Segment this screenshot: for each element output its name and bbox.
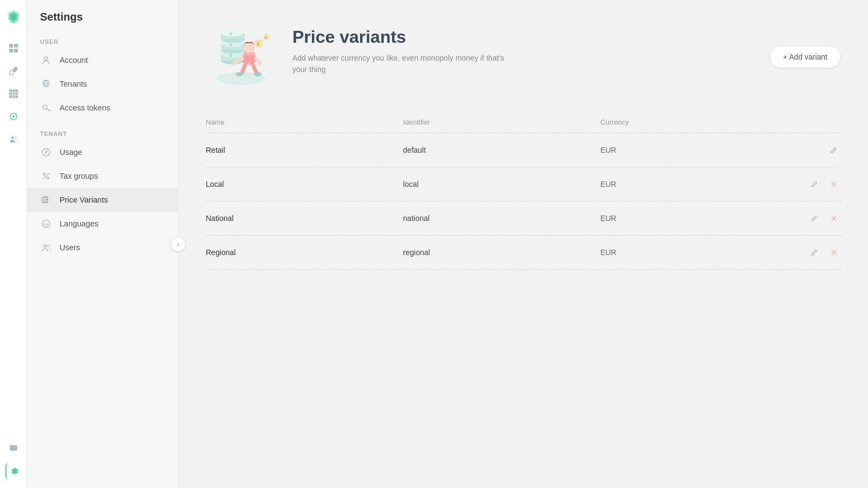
- svg-point-16: [44, 57, 48, 60]
- svg-rect-1: [14, 44, 18, 48]
- sidebar-item-price-variants[interactable]: Price Variants: [27, 188, 178, 212]
- svg-point-21: [47, 177, 49, 179]
- tax-groups-label: Tax groups: [60, 172, 98, 180]
- header-text: Price variants Add whatever currency you…: [292, 22, 753, 75]
- usage-icon: [40, 146, 52, 158]
- row-local-identifier: local: [403, 180, 600, 188]
- table-row: Local local EUR: [206, 167, 841, 201]
- account-label: Account: [60, 56, 88, 64]
- sidebar-item-languages[interactable]: Aβ Languages: [27, 212, 178, 236]
- tenants-icon: [40, 78, 52, 90]
- sidebar-section-tenant: TENANT Usage Tax groups: [27, 126, 178, 259]
- svg-rect-2: [9, 49, 13, 53]
- edit-regional-button[interactable]: [807, 245, 821, 259]
- rail-icon-settings[interactable]: [5, 463, 22, 479]
- svg-rect-7: [9, 93, 12, 95]
- row-local-currency: EUR: [601, 180, 798, 188]
- svg-point-14: [11, 136, 14, 139]
- row-national-name: National: [206, 214, 403, 223]
- price-variants-icon: [40, 194, 52, 206]
- svg-point-15: [15, 136, 17, 139]
- access-tokens-label: Access tokens: [60, 103, 110, 112]
- rail-icon-link[interactable]: [5, 63, 22, 79]
- sidebar-item-usage[interactable]: Usage: [27, 140, 178, 164]
- svg-rect-3: [14, 49, 18, 53]
- account-icon: [40, 54, 52, 66]
- page-header: $ $ $ $ $ Pr: [206, 22, 841, 92]
- svg-rect-10: [9, 95, 12, 98]
- edit-local-button[interactable]: [807, 177, 821, 191]
- svg-point-44: [254, 72, 262, 76]
- tax-groups-icon: [40, 170, 52, 182]
- rail-icon-apps[interactable]: [5, 86, 22, 102]
- page-subtitle: Add whatever currency you like, even mon…: [292, 53, 509, 75]
- svg-text:Aβ: Aβ: [44, 223, 49, 227]
- add-variant-button[interactable]: + Add variant: [769, 45, 841, 68]
- svg-rect-0: [9, 44, 13, 48]
- row-regional-actions: [798, 245, 841, 259]
- sidebar-title: Settings: [27, 11, 178, 34]
- svg-point-26: [47, 245, 49, 247]
- edit-national-button[interactable]: [807, 211, 821, 225]
- rail-bottom: [5, 440, 22, 479]
- row-retail-identifier: default: [403, 146, 600, 154]
- svg-point-25: [44, 245, 47, 248]
- svg-point-20: [43, 173, 45, 175]
- row-retail-currency: EUR: [601, 146, 798, 154]
- row-national-actions: [798, 211, 841, 225]
- rail-icon-chat[interactable]: [5, 440, 22, 457]
- row-retail-actions: [798, 143, 841, 157]
- delete-national-button[interactable]: [827, 211, 841, 225]
- edit-retail-button[interactable]: [827, 143, 841, 157]
- col-header-actions: [798, 118, 841, 126]
- icon-rail: [0, 0, 27, 488]
- svg-text:$: $: [257, 41, 259, 47]
- price-variants-label: Price Variants: [60, 196, 108, 204]
- svg-rect-5: [12, 89, 15, 92]
- sidebar-item-tenants[interactable]: Tenants: [27, 72, 178, 96]
- users-icon: [40, 242, 52, 253]
- svg-rect-4: [9, 89, 12, 92]
- row-national-currency: EUR: [601, 214, 798, 223]
- tenants-label: Tenants: [60, 80, 87, 88]
- sidebar-item-tax-groups[interactable]: Tax groups: [27, 164, 178, 188]
- variants-table: Name Identifier Currency Retail default …: [206, 114, 841, 270]
- tenant-section-label: TENANT: [27, 126, 178, 140]
- svg-text:$: $: [230, 42, 232, 47]
- svg-point-42: [244, 42, 254, 53]
- table-row: Retail default EUR: [206, 133, 841, 167]
- sidebar-item-access-tokens[interactable]: Access tokens: [27, 96, 178, 120]
- svg-rect-6: [15, 89, 18, 92]
- row-local-name: Local: [206, 180, 403, 188]
- svg-point-19: [45, 152, 47, 153]
- rail-icon-star[interactable]: [5, 108, 22, 125]
- usage-label: Usage: [60, 148, 82, 157]
- delete-regional-button[interactable]: [827, 245, 841, 259]
- page-title: Price variants: [292, 27, 753, 47]
- table-header: Name Identifier Currency: [206, 114, 841, 133]
- sidebar-item-users[interactable]: Users: [27, 236, 178, 259]
- svg-text:$: $: [230, 53, 232, 58]
- row-retail-name: Retail: [206, 146, 403, 154]
- user-section-label: USER: [27, 34, 178, 48]
- svg-point-43: [236, 72, 243, 76]
- col-header-name: Name: [206, 118, 403, 126]
- sidebar-collapse-btn[interactable]: ‹: [171, 237, 186, 252]
- svg-rect-22: [42, 197, 48, 203]
- sidebar-item-account[interactable]: Account: [27, 48, 178, 72]
- languages-label: Languages: [60, 219, 99, 228]
- app-logo[interactable]: [5, 9, 22, 25]
- access-tokens-icon: [40, 102, 52, 114]
- row-national-identifier: national: [403, 214, 600, 223]
- delete-local-button[interactable]: [827, 177, 841, 191]
- row-regional-identifier: regional: [403, 248, 600, 257]
- rail-icon-grid[interactable]: [5, 40, 22, 56]
- rail-icon-users[interactable]: [5, 131, 22, 147]
- row-regional-name: Regional: [206, 248, 403, 257]
- row-local-actions: [798, 177, 841, 191]
- row-regional-currency: EUR: [601, 248, 798, 257]
- page-illustration: $ $ $ $ $: [206, 22, 276, 92]
- svg-rect-12: [15, 95, 18, 98]
- table-row: National national EUR: [206, 201, 841, 236]
- svg-text:$: $: [265, 35, 267, 40]
